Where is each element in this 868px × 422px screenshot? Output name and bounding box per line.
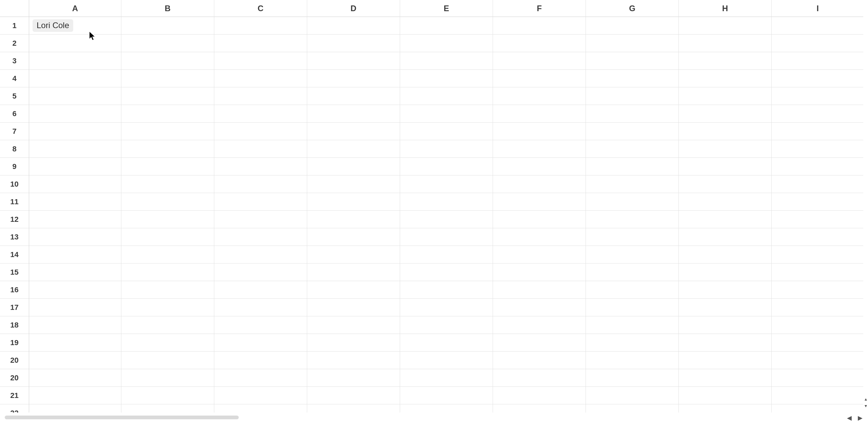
- cell-A11[interactable]: [29, 193, 121, 211]
- cell-C7[interactable]: [214, 123, 307, 140]
- row-header-1[interactable]: 1: [0, 17, 29, 35]
- cell-F2[interactable]: [493, 35, 586, 52]
- cell-A10[interactable]: [29, 175, 121, 193]
- cell-C9[interactable]: [214, 158, 307, 175]
- cell-I20[interactable]: [772, 352, 864, 369]
- cell-E12[interactable]: [400, 211, 493, 228]
- cell-E8[interactable]: [400, 140, 493, 158]
- cell-A16[interactable]: [29, 281, 121, 299]
- cell-H2[interactable]: [679, 35, 772, 52]
- cell-H20[interactable]: [679, 352, 772, 369]
- cell-H4[interactable]: [679, 70, 772, 87]
- cell-C10[interactable]: [214, 175, 307, 193]
- cell-H11[interactable]: [679, 193, 772, 211]
- cell-A20b[interactable]: [29, 369, 121, 387]
- cell-A2[interactable]: [29, 35, 121, 52]
- cell-H7[interactable]: [679, 123, 772, 140]
- row-header-12[interactable]: 12: [0, 211, 29, 228]
- cell-F21[interactable]: [493, 387, 586, 404]
- cell-G7[interactable]: [586, 123, 679, 140]
- cell-E18[interactable]: [400, 316, 493, 334]
- cell-C15[interactable]: [214, 263, 307, 281]
- horizontal-scrollbar-thumb[interactable]: [5, 416, 239, 419]
- cell-D16[interactable]: [307, 281, 400, 299]
- cell-D22[interactable]: [307, 404, 400, 413]
- row-header-20-dup[interactable]: 20: [0, 369, 29, 387]
- cell-D14[interactable]: [307, 246, 400, 263]
- cell-A6[interactable]: [29, 105, 121, 123]
- cell-E7[interactable]: [400, 123, 493, 140]
- cell-E15[interactable]: [400, 263, 493, 281]
- cell-G16[interactable]: [586, 281, 679, 299]
- cell-D13[interactable]: [307, 228, 400, 246]
- cell-E13[interactable]: [400, 228, 493, 246]
- cell-I9[interactable]: [772, 158, 864, 175]
- cell-F14[interactable]: [493, 246, 586, 263]
- cell-H10[interactable]: [679, 175, 772, 193]
- cell-B18[interactable]: [121, 316, 214, 334]
- cell-I1[interactable]: [772, 17, 864, 35]
- cell-G18[interactable]: [586, 316, 679, 334]
- people-chip[interactable]: Lori Cole: [33, 19, 73, 32]
- column-header-E[interactable]: E: [400, 0, 493, 17]
- column-header-B[interactable]: B: [121, 0, 214, 17]
- cell-C20b[interactable]: [214, 369, 307, 387]
- cell-C5[interactable]: [214, 87, 307, 105]
- cell-F15[interactable]: [493, 263, 586, 281]
- row-header-10[interactable]: 10: [0, 175, 29, 193]
- cell-G11[interactable]: [586, 193, 679, 211]
- cell-F7[interactable]: [493, 123, 586, 140]
- cell-A3[interactable]: [29, 52, 121, 70]
- cell-H14[interactable]: [679, 246, 772, 263]
- cell-I19[interactable]: [772, 334, 864, 352]
- cell-B15[interactable]: [121, 263, 214, 281]
- cell-I11[interactable]: [772, 193, 864, 211]
- cell-E20[interactable]: [400, 352, 493, 369]
- cell-F10[interactable]: [493, 175, 586, 193]
- cell-B2[interactable]: [121, 35, 214, 52]
- cell-B6[interactable]: [121, 105, 214, 123]
- cell-D11[interactable]: [307, 193, 400, 211]
- sheet-next-button[interactable]: ▶: [857, 415, 863, 421]
- cell-B3[interactable]: [121, 52, 214, 70]
- cell-D12[interactable]: [307, 211, 400, 228]
- cell-G13[interactable]: [586, 228, 679, 246]
- cell-H1[interactable]: [679, 17, 772, 35]
- cell-H12[interactable]: [679, 211, 772, 228]
- cell-I10[interactable]: [772, 175, 864, 193]
- cell-I5[interactable]: [772, 87, 864, 105]
- cell-B17[interactable]: [121, 299, 214, 316]
- cell-F20[interactable]: [493, 352, 586, 369]
- cell-G15[interactable]: [586, 263, 679, 281]
- cell-B9[interactable]: [121, 158, 214, 175]
- cell-I21[interactable]: [772, 387, 864, 404]
- cell-F4[interactable]: [493, 70, 586, 87]
- cell-G17[interactable]: [586, 299, 679, 316]
- cell-D20b[interactable]: [307, 369, 400, 387]
- cell-B16[interactable]: [121, 281, 214, 299]
- cell-E10[interactable]: [400, 175, 493, 193]
- cell-C11[interactable]: [214, 193, 307, 211]
- cell-I2[interactable]: [772, 35, 864, 52]
- cell-H15[interactable]: [679, 263, 772, 281]
- cell-G14[interactable]: [586, 246, 679, 263]
- cell-F20b[interactable]: [493, 369, 586, 387]
- cell-G3[interactable]: [586, 52, 679, 70]
- cell-D17[interactable]: [307, 299, 400, 316]
- column-header-A[interactable]: A: [29, 0, 121, 17]
- cell-F1[interactable]: [493, 17, 586, 35]
- cell-H17[interactable]: [679, 299, 772, 316]
- cell-A4[interactable]: [29, 70, 121, 87]
- row-header-9[interactable]: 9: [0, 158, 29, 175]
- cell-B4[interactable]: [121, 70, 214, 87]
- cell-H8[interactable]: [679, 140, 772, 158]
- cell-D6[interactable]: [307, 105, 400, 123]
- column-header-H[interactable]: H: [679, 0, 772, 17]
- cell-H5[interactable]: [679, 87, 772, 105]
- sheet-prev-button[interactable]: ◀: [846, 415, 852, 421]
- row-header-2[interactable]: 2: [0, 35, 29, 52]
- cell-I4[interactable]: [772, 70, 864, 87]
- row-header-15[interactable]: 15: [0, 263, 29, 281]
- cell-B7[interactable]: [121, 123, 214, 140]
- cell-F22[interactable]: [493, 404, 586, 413]
